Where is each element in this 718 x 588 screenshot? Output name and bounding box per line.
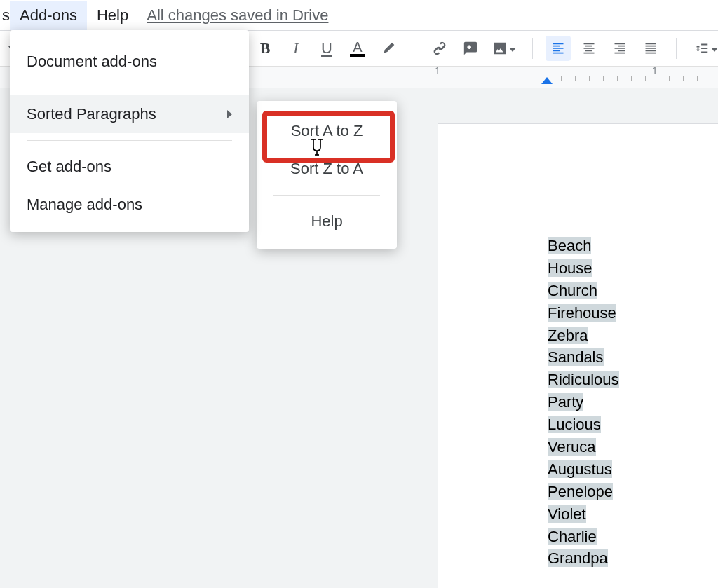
highlighter-icon <box>381 41 395 55</box>
addons-menu: Document add-ons Sorted Paragraphs Get a… <box>10 30 249 232</box>
menu-truncated: s <box>0 6 10 25</box>
align-center-button[interactable] <box>576 36 602 61</box>
menu-addons[interactable]: Add-ons <box>10 1 87 30</box>
comment-plus-icon <box>463 41 478 56</box>
document-content[interactable]: Beach House Church Firehouse Zebra Sanda… <box>548 235 619 570</box>
align-left-icon <box>551 41 565 55</box>
toolbar-divider-1 <box>414 38 414 59</box>
line-spacing-button[interactable] <box>689 36 718 61</box>
indent-marker[interactable] <box>541 77 553 84</box>
submenu-arrow-icon <box>227 110 232 118</box>
align-left-button[interactable] <box>546 36 571 61</box>
save-status[interactable]: All changes saved in Drive <box>147 6 328 25</box>
underline-button[interactable]: U <box>314 36 339 61</box>
menu-document-addons[interactable]: Document add-ons <box>10 43 249 81</box>
submenu-help[interactable]: Help <box>257 203 397 240</box>
menu-separator <box>27 140 232 141</box>
spacing-dropdown-caret <box>711 48 718 52</box>
doc-word[interactable]: Veruca <box>548 438 596 456</box>
image-dropdown-caret <box>509 48 516 52</box>
doc-word[interactable]: Grandpa <box>548 549 608 567</box>
doc-word[interactable]: Sandals <box>548 348 604 366</box>
doc-word[interactable]: Lucious <box>548 416 601 433</box>
submenu-sort-za[interactable]: Sort Z to A <box>257 150 397 188</box>
highlight-button[interactable] <box>376 36 401 61</box>
toolbar-right: B I U A <box>250 31 718 66</box>
menu-help[interactable]: Help <box>87 1 138 30</box>
doc-word[interactable]: Augustus <box>548 460 612 478</box>
toolbar-divider-2 <box>532 38 533 59</box>
doc-word[interactable]: Penelope <box>548 483 613 500</box>
menu-sorted-paragraphs-label: Sorted Paragraphs <box>27 105 156 123</box>
toolbar-divider-3 <box>676 38 677 59</box>
doc-word[interactable]: Zebra <box>548 327 588 344</box>
link-icon <box>432 41 447 56</box>
submenu-sort-az[interactable]: Sort A to Z <box>257 112 397 150</box>
doc-word[interactable]: Firehouse <box>548 304 616 322</box>
insert-image-button[interactable] <box>489 36 520 61</box>
add-comment-button[interactable] <box>458 36 483 61</box>
doc-word[interactable]: Ridiculous <box>548 371 619 388</box>
submenu-separator <box>273 195 380 196</box>
doc-word[interactable]: Beach <box>548 237 591 254</box>
text-color-button[interactable]: A <box>345 36 370 61</box>
doc-word[interactable]: Church <box>548 282 597 299</box>
doc-word[interactable]: House <box>548 259 592 277</box>
page[interactable]: Beach House Church Firehouse Zebra Sanda… <box>438 123 718 588</box>
menu-separator <box>27 88 232 88</box>
align-right-icon <box>613 41 627 55</box>
align-right-button[interactable] <box>607 36 632 61</box>
menu-bar: s Add-ons Help All changes saved in Driv… <box>0 0 718 30</box>
app-root: s Add-ons Help All changes saved in Driv… <box>0 0 718 588</box>
italic-button[interactable]: I <box>283 36 309 61</box>
ruler-num-1b: 1 <box>652 66 658 76</box>
menu-sorted-paragraphs[interactable]: Sorted Paragraphs <box>10 95 249 133</box>
image-icon <box>492 41 508 56</box>
doc-word[interactable]: Party <box>548 393 583 411</box>
ruler-inner: 1 1 <box>438 67 718 89</box>
insert-link-button[interactable] <box>427 36 452 61</box>
align-center-icon <box>582 41 596 55</box>
align-justify-button[interactable] <box>638 36 663 61</box>
doc-word[interactable]: Charlie <box>548 528 597 545</box>
sorted-paragraphs-submenu: Sort A to Z Sort Z to A Help <box>257 101 397 249</box>
menu-get-addons[interactable]: Get add-ons <box>10 148 249 186</box>
menu-manage-addons[interactable]: Manage add-ons <box>10 186 249 224</box>
bold-button[interactable]: B <box>252 36 278 61</box>
align-justify-icon <box>644 41 658 55</box>
line-spacing-icon <box>694 41 710 56</box>
ruler-num-1a: 1 <box>435 66 440 76</box>
doc-word[interactable]: Violet <box>548 505 586 523</box>
